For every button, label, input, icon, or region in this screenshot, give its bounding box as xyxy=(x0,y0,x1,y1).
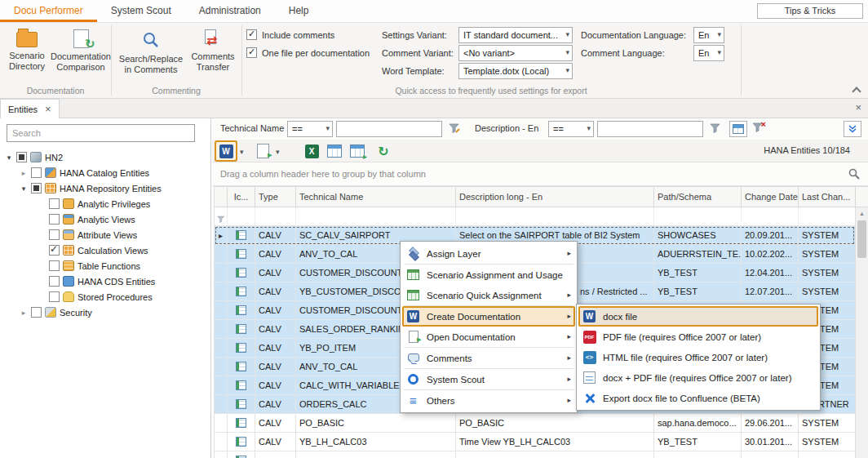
tab-entities[interactable]: Entities xyxy=(0,99,60,118)
group-by-bar[interactable]: Drag a column header here to group by th… xyxy=(212,162,868,186)
menu-item-scenario-assignment[interactable]: Scenario Assignment and Usage xyxy=(402,265,575,285)
filter-cell[interactable] xyxy=(654,207,742,225)
clear-filter-button[interactable] xyxy=(752,122,764,135)
checkbox[interactable] xyxy=(49,260,60,271)
table-row[interactable]: CALV PO_BASIC PO_BASIC sap.hana.democo..… xyxy=(215,414,855,433)
column-header-icon[interactable]: Ic... xyxy=(228,187,255,207)
table-row[interactable]: CALV YB_LH_CALC03 Time View YB_LH_CALC03… xyxy=(215,433,855,451)
column-header-change-date[interactable]: Change Date xyxy=(742,187,799,207)
menu-help[interactable]: Help xyxy=(275,0,323,22)
checkbox[interactable] xyxy=(31,307,42,318)
tree-item-table-functions[interactable]: Table Functions xyxy=(0,258,210,273)
tree-item-hn2[interactable]: HN2 xyxy=(0,149,210,165)
menu-item-others[interactable]: Others xyxy=(402,390,575,411)
menu-docu-performer[interactable]: Docu Performer xyxy=(0,0,97,22)
submenu-item-export-confluence[interactable]: Export docx file to Confluence (BETA) xyxy=(578,388,818,408)
vertical-scrollbar[interactable] xyxy=(855,207,868,458)
tree-item-analytic-privileges[interactable]: Analytic Privileges xyxy=(0,196,210,211)
tree-item-attribute-views[interactable]: Attribute Views xyxy=(0,227,210,242)
checkbox[interactable] xyxy=(49,214,60,225)
documentation-language-dropdown[interactable]: En xyxy=(693,27,724,43)
docx-export-button[interactable] xyxy=(216,142,236,160)
close-icon[interactable] xyxy=(855,102,861,113)
include-comments-checkbox[interactable]: Include comments xyxy=(246,29,334,40)
docx-export-dropdown[interactable] xyxy=(240,148,244,156)
filter-cell[interactable] xyxy=(799,207,856,225)
search-replace-comments-button[interactable]: Search/Replace in Comments xyxy=(116,26,186,75)
grid-export-button[interactable] xyxy=(348,142,367,160)
refresh-button[interactable] xyxy=(374,142,393,160)
comment-language-dropdown[interactable]: En xyxy=(693,45,724,61)
checkbox[interactable] xyxy=(31,183,42,193)
tips-and-tricks-button[interactable]: Tips & Tricks xyxy=(757,3,863,19)
menu-item-scenario-quick-assignment[interactable]: Scenario Quick Assignment xyxy=(402,285,575,305)
submenu-item-html-file[interactable]: HTML file (requires Office 2007 or later… xyxy=(578,347,818,367)
tree-item-security[interactable]: Security xyxy=(0,305,210,320)
description-filter-input[interactable] xyxy=(597,121,703,137)
checkbox[interactable] xyxy=(31,167,42,178)
checkbox[interactable] xyxy=(49,291,60,302)
column-header-description[interactable]: Description long - En xyxy=(456,187,654,207)
checkbox[interactable] xyxy=(49,229,60,240)
word-template-dropdown[interactable]: Template.dotx (Local) xyxy=(458,63,573,79)
close-icon[interactable] xyxy=(45,104,51,114)
description-operator-dropdown[interactable]: == xyxy=(548,121,594,137)
tree-item-hana-cds-entities[interactable]: HANA CDS Entities xyxy=(0,273,210,289)
table-row[interactable] xyxy=(215,451,855,458)
expander-icon[interactable] xyxy=(5,153,13,162)
expander-icon[interactable] xyxy=(20,185,28,193)
menu-item-system-scout[interactable]: System Scout xyxy=(402,369,575,389)
checkbox[interactable] xyxy=(49,245,60,256)
filter-cell[interactable] xyxy=(296,207,456,225)
scenario-directory-button[interactable]: Scenario Directory xyxy=(2,26,52,72)
one-file-per-documentation-checkbox[interactable]: One file per documentation xyxy=(246,47,370,58)
column-header-last-changed[interactable]: Last Chan... xyxy=(799,187,856,207)
checkbox[interactable] xyxy=(49,198,60,209)
menu-item-open-documentation[interactable]: Open Documentation xyxy=(402,327,575,347)
expand-filters-button[interactable] xyxy=(844,121,861,137)
checkbox[interactable] xyxy=(16,152,27,162)
technical-name-filter-input[interactable] xyxy=(336,121,442,137)
scrollbar-thumb[interactable] xyxy=(857,220,866,258)
column-header-technical-name[interactable]: Technical Name xyxy=(296,187,456,207)
checkbox[interactable] xyxy=(49,276,60,287)
documentation-comparison-button[interactable]: Documentation Comparison xyxy=(52,26,109,73)
column-header-type[interactable]: Type xyxy=(255,187,296,207)
menu-system-scout[interactable]: System Scout xyxy=(97,0,185,22)
settings-variant-dropdown[interactable]: IT standard document... xyxy=(458,27,573,43)
comments-transfer-button[interactable]: Comments Transfer xyxy=(188,26,238,73)
filter-edit-icon[interactable] xyxy=(449,123,460,136)
submenu-item-docx-file[interactable]: docx file xyxy=(578,306,818,327)
tree-item-hana-catalog-entities[interactable]: HANA Catalog Entities xyxy=(0,165,210,180)
scroll-up-icon[interactable] xyxy=(856,207,868,220)
menu-administration[interactable]: Administration xyxy=(185,0,275,22)
comment-variant-dropdown[interactable]: <No variant> xyxy=(458,45,573,61)
open-documentation-dropdown[interactable] xyxy=(276,148,280,156)
menu-item-assign-layer[interactable]: Assign Layer xyxy=(402,243,575,264)
technical-name-operator-dropdown[interactable]: == xyxy=(287,121,333,137)
open-documentation-button[interactable] xyxy=(253,142,272,160)
tree-item-hana-repository-entities[interactable]: HANA Repository Entities xyxy=(0,180,210,196)
menu-item-comments[interactable]: Comments xyxy=(402,348,575,368)
submenu-item-docx-pdf-file[interactable]: docx + PDF file (requires Office 2007 or… xyxy=(578,367,818,388)
search-icon[interactable] xyxy=(848,168,860,181)
expander-icon[interactable] xyxy=(20,169,28,177)
column-header-path-schema[interactable]: Path/Schema xyxy=(654,187,742,207)
menu-item-create-documentation[interactable]: Create Documentation xyxy=(402,306,575,327)
filter-icon[interactable] xyxy=(710,123,721,136)
expander-icon[interactable] xyxy=(20,309,28,317)
grid-layout-button[interactable] xyxy=(325,142,344,160)
excel-export-button[interactable] xyxy=(302,142,321,160)
grid-auto-filter-row[interactable] xyxy=(215,207,855,226)
collapse-ribbon-icon[interactable] xyxy=(852,87,861,96)
filter-cell[interactable] xyxy=(742,207,799,225)
filter-editor-button[interactable] xyxy=(729,121,747,137)
search-input[interactable] xyxy=(7,124,195,142)
tree-item-calculation-views[interactable]: Calculation Views xyxy=(0,242,210,258)
tree-item-stored-procedures[interactable]: Stored Procedures xyxy=(0,289,210,305)
tree-item-analytic-views[interactable]: Analytic Views xyxy=(0,211,210,227)
submenu-item-pdf-file[interactable]: PDF file (requires Office 2007 or later) xyxy=(578,327,818,347)
filter-cell[interactable] xyxy=(228,207,255,225)
filter-cell[interactable] xyxy=(456,207,654,225)
filter-cell[interactable] xyxy=(255,207,296,225)
